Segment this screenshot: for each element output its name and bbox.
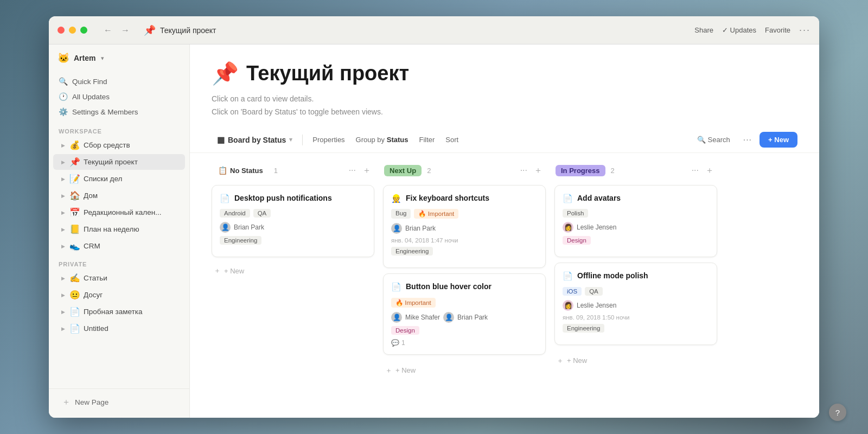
card-button-hover[interactable]: 📄 Button blue hover color 🔥 Important 👤 …	[383, 273, 546, 355]
sidebar-item-redak[interactable]: ▶ 📅 Редакционный кален...	[53, 205, 185, 220]
minimize-button[interactable]	[69, 27, 76, 34]
triangle-icon: ▶	[60, 276, 66, 281]
avatar: 👤	[220, 222, 231, 233]
col-add-button[interactable]: ＋	[703, 164, 716, 177]
item-label: Сбор средств	[84, 141, 181, 149]
content-area: 📌 Текущий проект Click on a card to view…	[190, 44, 819, 418]
sidebar-item-dosug[interactable]: ▶ 😐 Досуг	[53, 287, 185, 303]
updates-button[interactable]: ✓ Updates	[722, 26, 756, 34]
card-offline-mode[interactable]: 📄 Offline mode polish iOS QA 👩 Leslie Je…	[554, 263, 717, 345]
item-emoji: 📒	[69, 224, 80, 234]
board: 📋 No Status 1 ··· ＋ 📄 Desktop	[190, 153, 819, 418]
filter-button[interactable]: Filter	[413, 132, 440, 147]
card-tags: 🔥 Important	[391, 298, 538, 308]
settings-label: Settings & Members	[72, 108, 138, 116]
toolbar-more-button[interactable]: ···	[739, 132, 756, 148]
sidebar: 🐱 Artem ▾ 🔍 Quick Find 🕐 All Updates ⚙️ …	[49, 44, 190, 418]
next-up-count: 2	[427, 167, 431, 175]
column-title-badge-no-status: 📋 No Status	[213, 164, 269, 176]
board-icon: ▦	[217, 135, 225, 145]
card-meta: 👤 Brian Park	[391, 223, 538, 234]
column-in-progress: In Progress 2 ··· ＋ 📄 Add avatars	[554, 162, 717, 409]
col-actions-next-up: ··· ＋	[518, 164, 545, 177]
col-add-button[interactable]: ＋	[360, 164, 373, 177]
plus-icon: ＋	[214, 266, 221, 276]
add-new-next-up[interactable]: ＋ + New	[383, 362, 546, 379]
more-button[interactable]: ···	[799, 24, 810, 36]
card-meta: 👤 Brian Park	[220, 222, 366, 233]
search-icon: 🔍	[697, 136, 706, 144]
sidebar-item-spiski[interactable]: ▶ 📝 Списки дел	[53, 171, 185, 187]
new-page-label: New Page	[75, 398, 108, 406]
group-by-value: Status	[387, 136, 409, 144]
sidebar-item-stati[interactable]: ▶ ✍️ Статьи	[53, 270, 185, 286]
column-next-up: Next Up 2 ··· ＋ 👷 Fix keyboard shortcuts	[383, 162, 546, 409]
sidebar-item-untitled[interactable]: ▶ 📄 Untitled	[53, 321, 185, 336]
avatar-brian: 👤	[443, 312, 454, 323]
user-menu[interactable]: 🐱 Artem ▾	[49, 44, 189, 72]
plus-icon: ＋	[385, 366, 392, 375]
sidebar-item-tekuschiy[interactable]: ▶ 📌 Текущий проект	[53, 154, 185, 170]
item-label: CRM	[84, 242, 181, 250]
in-progress-count: 2	[611, 167, 615, 175]
workspace-section-label: WORKSPACE	[49, 122, 189, 137]
add-new-in-progress[interactable]: ＋ + New	[554, 353, 717, 369]
forward-button[interactable]: →	[118, 23, 133, 37]
window-title: Текущий проект	[160, 26, 216, 35]
favorite-button[interactable]: Favorite	[765, 26, 790, 34]
triangle-icon: ▶	[60, 309, 66, 315]
card-fix-keyboard[interactable]: 👷 Fix keyboard shortcuts Bug 🔥 Important…	[383, 185, 546, 269]
sidebar-item-crm[interactable]: ▶ 👟 CRM	[53, 238, 185, 254]
assignee-name: Leslie Jensen	[577, 224, 616, 231]
close-button[interactable]	[58, 27, 65, 34]
item-label: Редакционный кален...	[84, 208, 181, 216]
tag-engineering: Engineering	[563, 324, 604, 333]
sidebar-item-settings[interactable]: ⚙️ Settings & Members	[53, 104, 185, 119]
all-updates-label: All Updates	[72, 93, 110, 101]
help-button[interactable]: ?	[829, 404, 846, 421]
card-tags: iOS QA	[563, 287, 709, 296]
new-page-button[interactable]: ＋ New Page	[58, 393, 181, 411]
maximize-button[interactable]	[80, 27, 87, 34]
search-button[interactable]: 🔍 Search	[692, 132, 736, 147]
view-selector-button[interactable]: ▦ Board by Status ▾	[212, 132, 298, 148]
card-page-icon: 📄	[563, 194, 573, 203]
properties-button[interactable]: Properties	[307, 132, 350, 147]
card-bottom-tags: Design	[391, 326, 538, 335]
sidebar-footer: ＋ New Page	[49, 388, 189, 418]
col-add-button[interactable]: ＋	[532, 164, 545, 177]
sidebar-item-plan[interactable]: ▶ 📒 План на неделю	[53, 221, 185, 237]
triangle-icon: ▶	[60, 292, 66, 298]
col-more-button[interactable]: ···	[690, 164, 701, 177]
new-card-button[interactable]: + New	[760, 132, 797, 148]
app-window: ← → 📌 Текущий проект Share ✓ Updates Fav…	[49, 16, 819, 418]
sort-button[interactable]: Sort	[440, 132, 464, 147]
card-add-avatars[interactable]: 📄 Add avatars Polish 👩 Leslie Jensen Des…	[554, 185, 717, 258]
assignee-name: Brian Park	[234, 224, 264, 231]
share-button[interactable]: Share	[694, 26, 713, 34]
back-button[interactable]: ←	[100, 23, 116, 37]
group-by-button[interactable]: Group by Status	[350, 132, 414, 147]
group-by-label: Group by	[356, 136, 385, 144]
column-header-in-progress: In Progress 2 ··· ＋	[554, 162, 717, 180]
card-title: Add avatars	[577, 193, 621, 204]
add-new-no-status[interactable]: ＋ + New	[212, 263, 374, 279]
titlebar-actions: Share ✓ Updates Favorite ···	[694, 24, 810, 36]
item-emoji: 📄	[69, 307, 80, 317]
subtitle-line1: Click on a card to view details.	[212, 93, 797, 106]
sidebar-item-all-updates[interactable]: 🕐 All Updates	[53, 89, 185, 104]
sidebar-item-sbor[interactable]: ▶ 💰 Сбор средств	[53, 137, 185, 153]
card-page-icon: 📄	[220, 194, 230, 203]
triangle-icon: ▶	[60, 176, 66, 182]
tag-ios: iOS	[563, 287, 582, 296]
card-desktop-push[interactable]: 📄 Desktop push notifications Android QA …	[212, 185, 374, 258]
col-more-button[interactable]: ···	[347, 164, 358, 177]
item-label: Дом	[84, 192, 181, 200]
sidebar-item-dom[interactable]: ▶ 🏠 Дом	[53, 188, 185, 203]
col-more-button[interactable]: ···	[518, 164, 529, 177]
triangle-icon: ▶	[60, 210, 66, 215]
sidebar-item-probnaya[interactable]: ▶ 📄 Пробная заметка	[53, 304, 185, 320]
sidebar-item-quick-find[interactable]: 🔍 Quick Find	[53, 74, 185, 89]
item-label: Списки дел	[84, 175, 181, 183]
triangle-icon: ▶	[60, 159, 66, 165]
